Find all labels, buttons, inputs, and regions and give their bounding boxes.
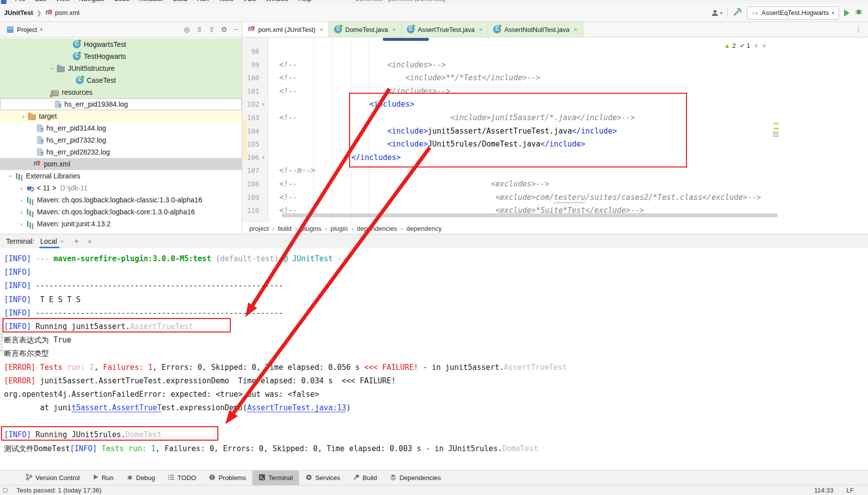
chevron-right-icon[interactable]	[17, 196, 26, 204]
tree-item[interactable]: External Libraries	[0, 170, 242, 182]
settings-gear-icon[interactable]: ⚙	[221, 25, 227, 33]
chevron-down-icon[interactable]: ∨	[88, 238, 92, 245]
menu-view[interactable]: View	[55, 0, 69, 2]
menu-refactor[interactable]: Refactor	[139, 0, 164, 2]
terminal-tab-local[interactable]: Local ✕	[38, 234, 66, 248]
editor[interactable]: 9899<!-- <includes>-->100<!-- <include>*…	[242, 37, 868, 234]
toolwindow-toggle-icon[interactable]	[3, 488, 7, 493]
chevron-right-icon[interactable]	[17, 208, 26, 216]
code-line[interactable]: 100<!-- <include>**/*Test</include>-->	[242, 71, 868, 85]
new-terminal-icon[interactable]: +	[74, 237, 79, 246]
caret-position[interactable]: 114:33	[814, 487, 834, 494]
tree-item[interactable]: Maven: junit:junit:4.13.2	[0, 218, 242, 230]
menu-help[interactable]: Help	[298, 0, 312, 2]
tree-item[interactable]: Maven: ch.qos.logback:logback-core:1.3.0…	[0, 206, 242, 218]
menu-edit[interactable]: Edit	[35, 0, 46, 2]
stacktrace-link[interactable]: AssertTrueTest.java:13	[247, 403, 347, 412]
chevron-right-icon[interactable]	[17, 220, 26, 228]
menu-code[interactable]: Code	[114, 0, 130, 2]
code-line[interactable]: 109<!-- <exclude>com/testeru/suites/case…	[242, 191, 868, 204]
code-line[interactable]: 101<!-- </includes>-->	[242, 85, 868, 98]
code-line[interactable]: 110<!-- <exclude>*Suite*Test</exclude>--…	[242, 204, 868, 217]
menu-run[interactable]: Run	[197, 0, 209, 2]
code-line[interactable]: 102∨ <includes>	[242, 98, 868, 111]
terminal-output[interactable]: Bookmarks [INFO] --- maven-surefire-plug…	[0, 248, 868, 470]
code-line[interactable]: 108<!-- <excludes>-->	[242, 177, 868, 191]
tree-item[interactable]: hs_err_pid19384.log	[0, 98, 242, 110]
toolwindow-debug[interactable]: Debug	[120, 471, 162, 485]
menu-vcs[interactable]: VCS	[243, 0, 256, 2]
xml-breadcrumb-plugin[interactable]: plugin	[331, 225, 348, 232]
xml-breadcrumb-plugins[interactable]: plugins	[301, 225, 321, 232]
chevron-down-icon[interactable]: ▾	[40, 27, 42, 32]
hide-panel-icon[interactable]: −	[234, 25, 238, 33]
code-line[interactable]: 99<!-- <includes>-->	[242, 58, 868, 72]
xml-breadcrumb-build[interactable]: build	[278, 225, 291, 232]
menu-file[interactable]: File	[15, 0, 25, 2]
code-line[interactable]: 103<!-- <include>junit5assert/*.java</in…	[242, 111, 868, 125]
fold-marker-icon[interactable]: ∧	[259, 151, 267, 165]
code-line[interactable]: 106∧ </includes>	[242, 151, 868, 165]
more-options-icon[interactable]: ⋮	[849, 22, 868, 37]
tree-item[interactable]: target	[0, 110, 242, 122]
scroll-to-source-icon[interactable]: ⇧	[209, 25, 215, 33]
close-icon[interactable]: ✕	[573, 27, 577, 32]
xml-breadcrumb-dependencies[interactable]: dependencies	[357, 225, 397, 232]
toolwindow-dependencies[interactable]: Dependencies	[383, 471, 447, 485]
tab-dometest-java[interactable]: DomeTest.java✕	[329, 22, 401, 37]
code-area[interactable]: 9899<!-- <includes>-->100<!-- <include>*…	[242, 37, 868, 223]
toolwindow-version-control[interactable]: Version Control	[19, 471, 86, 485]
menu-tools[interactable]: Tools	[218, 0, 233, 2]
tree-item[interactable]: hs_err_pid3144.log	[0, 122, 242, 134]
build-wrench-icon[interactable]	[733, 7, 742, 18]
tree-item[interactable]: HogwartsTest	[0, 38, 242, 50]
toolwindow-build[interactable]: Build	[347, 471, 383, 485]
project-panel-title[interactable]: Project	[17, 26, 37, 33]
chevron-down-icon[interactable]	[48, 65, 57, 72]
run-button[interactable]	[844, 9, 850, 16]
xml-breadcrumb-dependency[interactable]: dependency	[406, 225, 442, 232]
tree-item[interactable]: resources	[0, 86, 242, 98]
stacktrace-link[interactable]: t5assert.AssertTrueT	[71, 403, 162, 412]
toolwindow-problems[interactable]: Problems	[202, 471, 252, 485]
chevron-right-icon[interactable]	[17, 184, 26, 192]
chevron-down-icon[interactable]	[6, 172, 15, 180]
close-icon[interactable]: ✕	[479, 27, 483, 32]
debug-button[interactable]	[855, 7, 863, 18]
tab-pom-xml-junittest-[interactable]: pom.xml (JUnitTest)✕	[242, 22, 329, 37]
menu-window[interactable]: Window	[266, 0, 289, 2]
bookmarks-stripe-label[interactable]: Bookmarks	[0, 323, 4, 352]
code-line[interactable]: 98	[242, 45, 868, 58]
collapse-all-icon[interactable]: ⇳	[196, 25, 202, 33]
tests-status[interactable]: Tests passed: 1 (today 17:36)	[16, 487, 102, 494]
code-line[interactable]: 107<!--m-->	[242, 164, 868, 177]
tree-item[interactable]: TestHogwarts	[0, 50, 242, 62]
user-profile-icon[interactable]: ▾	[711, 9, 723, 17]
close-icon[interactable]: ✕	[392, 27, 396, 32]
close-icon[interactable]: ✕	[320, 27, 324, 32]
code-line[interactable]: 104 <include>junit5assert/AssertTrueTest…	[242, 125, 868, 138]
tree-item[interactable]: CaseTest	[0, 74, 242, 86]
breadcrumb-project[interactable]: JUnitTest	[4, 9, 33, 16]
tree-item[interactable]: pom.xml	[0, 158, 242, 170]
close-icon[interactable]: ✕	[60, 239, 64, 244]
toolwindow-services[interactable]: Services	[299, 471, 347, 485]
menu-navigate[interactable]: Navigate	[79, 0, 104, 2]
run-configuration-select[interactable]: ◖◗ AssertEqTest.Hogwarts ▾	[747, 6, 839, 19]
locate-icon[interactable]: ◎	[184, 25, 190, 33]
line-separator[interactable]: LF	[847, 487, 854, 494]
menu-build[interactable]: Build	[173, 0, 187, 2]
code-line[interactable]: 105 <include>JUnit5rules/DomeTest.java</…	[242, 138, 868, 151]
xml-breadcrumb-project[interactable]: project	[249, 225, 269, 232]
tree-item[interactable]: hs_err_pid28232.log	[0, 146, 242, 158]
tree-item[interactable]: hs_err_pid7332.log	[0, 134, 242, 146]
tab-assertnotnulltest-java[interactable]: AssertNotNullTest.java✕	[488, 22, 583, 37]
toolwindow-run[interactable]: Run	[86, 471, 120, 485]
chevron-right-icon[interactable]	[19, 113, 28, 120]
toolwindow-todo[interactable]: TODO	[162, 471, 202, 485]
fold-marker-icon[interactable]: ∨	[259, 98, 267, 111]
tab-asserttruetest-java[interactable]: AssertTrueTest.java✕	[402, 22, 489, 37]
breadcrumb-file[interactable]: pom.xml	[55, 9, 79, 16]
tree-item[interactable]: JUnit5structure	[0, 62, 242, 74]
tree-item[interactable]: Maven: ch.qos.logback:logback-classic:1.…	[0, 194, 242, 206]
